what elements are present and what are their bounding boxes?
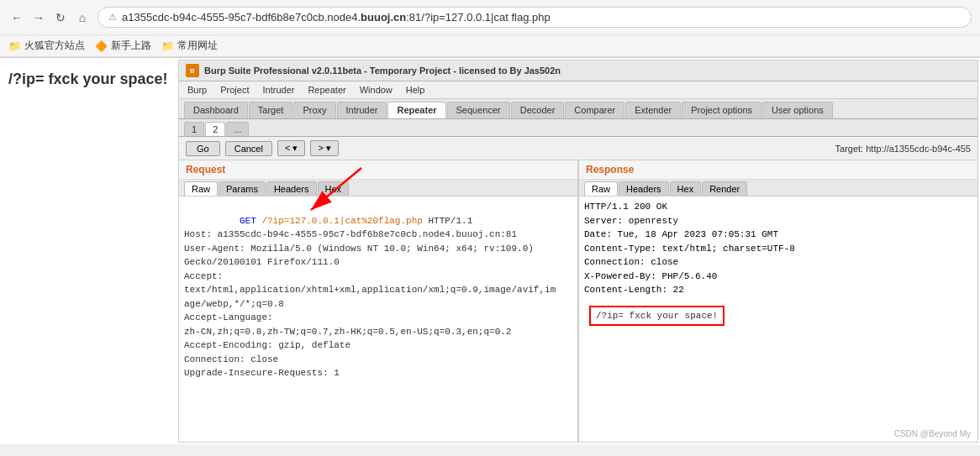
response-line-6: X-Powered-By: PHP/5.6.40 bbox=[579, 270, 977, 284]
tab-repeater[interactable]: Repeater bbox=[387, 102, 445, 118]
subtab-more[interactable]: ... bbox=[226, 122, 249, 136]
menu-repeater[interactable]: Repeater bbox=[304, 83, 349, 97]
tab-project-options[interactable]: Project options bbox=[682, 102, 761, 118]
bookmark-common[interactable]: 📁 常用网址 bbox=[161, 39, 218, 53]
burp-subtabs: 1 2 ... bbox=[179, 119, 977, 137]
request-tabs: Raw Params Headers Hex bbox=[179, 180, 577, 197]
request-tab-headers[interactable]: Headers bbox=[266, 181, 317, 196]
tab-decoder[interactable]: Decoder bbox=[511, 102, 565, 118]
star-icon: 🔶 bbox=[95, 40, 108, 52]
subtab-1[interactable]: 1 bbox=[184, 122, 204, 136]
bookmarks-bar: 📁 火狐官方站点 🔶 新手上路 📁 常用网址 bbox=[0, 35, 980, 57]
prev-button[interactable]: < ▾ bbox=[277, 140, 305, 156]
request-tab-hex[interactable]: Hex bbox=[318, 181, 350, 196]
tab-dashboard[interactable]: Dashboard bbox=[184, 102, 248, 118]
request-header: Request bbox=[179, 160, 577, 180]
menu-project[interactable]: Project bbox=[217, 83, 252, 97]
next-button[interactable]: > ▾ bbox=[310, 140, 338, 156]
tab-comparer[interactable]: Comparer bbox=[565, 102, 624, 118]
address-bar[interactable]: ⚠ a1355cdc-b94c-4555-95c7-bdf6b8e7c0cb.n… bbox=[97, 7, 972, 28]
warning-icon: ⚠ bbox=[108, 12, 117, 23]
bookmark-firefox[interactable]: 📁 火狐官方站点 bbox=[8, 39, 85, 53]
burp-titlebar: B Burp Suite Professional v2.0.11beta - … bbox=[179, 60, 977, 81]
response-result-box: /?ip= fxck your space! bbox=[589, 306, 724, 326]
forward-button[interactable]: → bbox=[30, 9, 47, 26]
address-text: a1355cdc-b94c-4555-95c7-bdf6b8e7c0cb.nod… bbox=[122, 11, 961, 24]
response-tab-headers[interactable]: Headers bbox=[619, 181, 669, 196]
browser-nav: ← → ↻ ⌂ ⚠ a1355cdc-b94c-4555-95c7-bdf6b8… bbox=[0, 0, 980, 35]
home-button[interactable]: ⌂ bbox=[74, 9, 91, 26]
burp-window: B Burp Suite Professional v2.0.11beta - … bbox=[178, 60, 978, 443]
response-line-1: HTTP/1.1 200 OK bbox=[579, 200, 977, 214]
csdn-watermark: CSDN @Beyond My bbox=[894, 429, 971, 438]
go-button[interactable]: Go bbox=[186, 141, 220, 156]
nav-buttons: ← → ↻ ⌂ bbox=[8, 9, 91, 26]
response-panel: Response Raw Headers Hex Render HTTP/1.1… bbox=[579, 160, 977, 442]
request-panel: Request Raw Params Headers Hex bbox=[179, 160, 579, 442]
page-content: /?ip= fxck your space! B Burp Suite Prof… bbox=[0, 58, 980, 444]
response-line-4: Content-Type: text/html; charset=UTF-8 bbox=[579, 242, 977, 256]
request-tab-raw[interactable]: Raw bbox=[184, 181, 218, 196]
tab-intruder[interactable]: Intruder bbox=[337, 102, 387, 118]
back-button[interactable]: ← bbox=[8, 9, 25, 26]
page-note: /?ip= fxck your space! bbox=[8, 71, 168, 88]
burp-menubar: Burp Project Intruder Repeater Window He… bbox=[179, 81, 977, 99]
target-info: Target: http://a1355cdc-b94c-455 bbox=[835, 144, 971, 154]
response-line-2: Server: openresty bbox=[579, 214, 977, 228]
menu-intruder[interactable]: Intruder bbox=[260, 83, 298, 97]
folder-icon-2: 📁 bbox=[161, 40, 174, 52]
request-tab-params[interactable]: Params bbox=[219, 181, 266, 196]
repeater-panels: Request Raw Params Headers Hex bbox=[179, 160, 977, 442]
response-line-7: Content-Length: 22 bbox=[579, 283, 977, 297]
burp-main-tabs: Dashboard Target Proxy Intruder Repeater… bbox=[179, 99, 977, 119]
menu-window[interactable]: Window bbox=[356, 83, 396, 97]
response-tabs: Raw Headers Hex Render bbox=[579, 180, 977, 197]
response-header: Response bbox=[579, 160, 977, 180]
burp-title: Burp Suite Professional v2.0.11beta - Te… bbox=[204, 66, 561, 76]
response-tab-hex[interactable]: Hex bbox=[670, 181, 702, 196]
request-content[interactable]: GET /?ip=127.0.0.1|cat%20flag.php HTTP/1… bbox=[179, 197, 577, 442]
menu-burp[interactable]: Burp bbox=[184, 83, 210, 97]
left-panel: /?ip= fxck your space! bbox=[0, 58, 177, 444]
response-line-3: Date: Tue, 18 Apr 2023 07:05:31 GMT bbox=[579, 228, 977, 242]
tab-proxy[interactable]: Proxy bbox=[293, 102, 335, 118]
folder-icon: 📁 bbox=[8, 40, 21, 52]
tab-extender[interactable]: Extender bbox=[625, 102, 681, 118]
bookmark-newuser[interactable]: 🔶 新手上路 bbox=[95, 39, 151, 53]
response-line-5: Connection: close bbox=[579, 255, 977, 270]
repeater-toolbar: Go Cancel < ▾ > ▾ Target: http://a1355cd… bbox=[179, 137, 977, 160]
cancel-button[interactable]: Cancel bbox=[225, 141, 272, 156]
burp-logo: B bbox=[186, 64, 199, 77]
browser-chrome: ← → ↻ ⌂ ⚠ a1355cdc-b94c-4555-95c7-bdf6b8… bbox=[0, 0, 980, 58]
tab-sequencer[interactable]: Sequencer bbox=[447, 102, 510, 118]
reload-button[interactable]: ↻ bbox=[52, 9, 69, 26]
response-boxed-area: /?ip= fxck your space! bbox=[579, 297, 977, 334]
subtab-2[interactable]: 2 bbox=[205, 122, 225, 136]
response-tab-render[interactable]: Render bbox=[702, 181, 747, 196]
menu-help[interactable]: Help bbox=[403, 83, 429, 97]
response-tab-raw[interactable]: Raw bbox=[584, 181, 618, 196]
response-content[interactable]: HTTP/1.1 200 OK Server: openresty Date: … bbox=[579, 197, 977, 442]
tab-user-options[interactable]: User options bbox=[762, 102, 833, 118]
tab-target[interactable]: Target bbox=[249, 102, 293, 118]
